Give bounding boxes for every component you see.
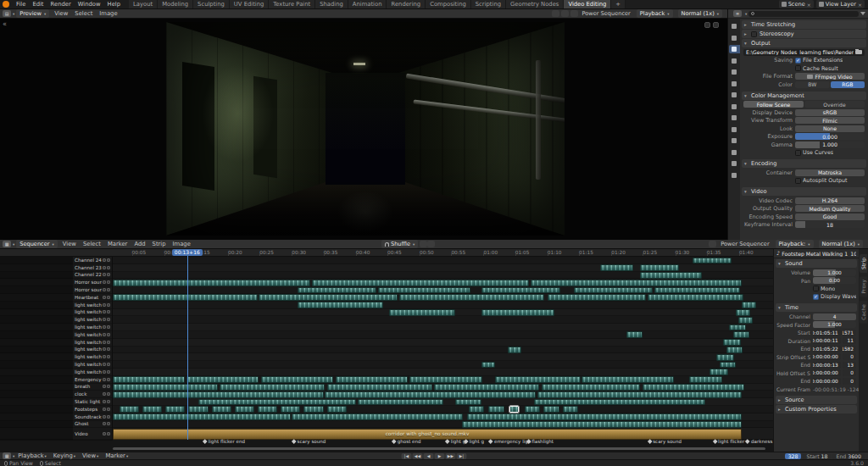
segment-override[interactable]: Override <box>804 101 865 108</box>
audio-strip[interactable] <box>525 406 541 413</box>
strips-area[interactable]: corridor with ghost_no sound.mkv <box>113 257 771 440</box>
channel-header-light-switch-003[interactable]: light switch.003 <box>73 347 112 354</box>
properties-tab-material[interactable] <box>729 159 740 168</box>
channel-lock-toggle[interactable] <box>107 325 110 329</box>
properties-tab-constraints[interactable] <box>729 136 740 145</box>
channel-mute-toggle[interactable] <box>103 378 106 381</box>
slider-keyframe-interval[interactable]: 18 <box>795 221 865 228</box>
playback-menu[interactable]: Playback:▾ <box>776 240 814 248</box>
frame-number-field[interactable]: 0 <box>843 369 856 376</box>
audio-strip[interactable] <box>298 302 383 308</box>
audio-strip[interactable] <box>462 421 742 428</box>
audio-strip[interactable] <box>481 309 554 316</box>
workspace-tab-scripting[interactable]: Scripting <box>471 0 506 8</box>
sidebar-tab-strip[interactable]: Strip <box>860 254 867 273</box>
audio-strip[interactable] <box>303 406 323 413</box>
audio-strip[interactable] <box>742 302 756 308</box>
channel-lock-toggle[interactable] <box>107 280 110 284</box>
dropdown-file-format[interactable]: FFmpeg Video <box>795 73 865 80</box>
channel-mute-toggle[interactable] <box>103 385 106 388</box>
channel-lock-toggle[interactable] <box>107 303 110 307</box>
properties-tab-tool[interactable] <box>729 22 740 31</box>
channel-mute-toggle[interactable] <box>103 408 106 411</box>
channel-header-light-switch-008[interactable]: light switch.008 <box>73 309 112 317</box>
channel-lock-toggle[interactable] <box>107 318 110 321</box>
audio-strip[interactable] <box>212 406 231 413</box>
checkbox[interactable]: ✓ <box>795 58 801 64</box>
channel-header-channel-22[interactable]: Channel 22 <box>73 272 112 280</box>
snap-dropdown[interactable]: Shuffle▾ <box>381 240 418 248</box>
channel-lock-toggle[interactable] <box>107 400 110 403</box>
checkbox[interactable]: ✓ <box>813 294 819 300</box>
filter-icon[interactable] <box>860 12 865 15</box>
audio-strip[interactable] <box>548 294 647 301</box>
preview-menu-view[interactable]: View <box>51 10 71 17</box>
workspace-tab-compositing[interactable]: Compositing <box>426 0 471 8</box>
sidebar-tab-cache[interactable]: Cache <box>860 301 867 324</box>
shading-toggle-icon[interactable] <box>570 10 578 17</box>
camera-icon[interactable] <box>704 22 710 28</box>
timeline-editor-icon[interactable]: ▦ <box>3 452 11 459</box>
playhead[interactable] <box>187 249 188 440</box>
audio-strip[interactable] <box>325 391 536 398</box>
end-frame-field[interactable]: End3600 <box>832 453 865 459</box>
audio-strip[interactable] <box>298 287 376 294</box>
audio-strip[interactable] <box>399 294 544 301</box>
channel-mute-toggle[interactable] <box>103 355 106 358</box>
audio-strip[interactable] <box>113 391 324 398</box>
workspace-tab-layout[interactable]: Layout <box>129 0 158 8</box>
panel-sound[interactable]: ▾Sound <box>776 259 857 268</box>
audio-strip[interactable] <box>488 406 504 413</box>
audio-strip[interactable] <box>600 264 633 271</box>
frame-number-field[interactable]: 1582 <box>843 346 856 352</box>
workspace-tab-texture-paint[interactable]: Texture Paint <box>269 0 315 8</box>
channel-lock-toggle[interactable] <box>107 408 110 411</box>
scene-unlink-icon[interactable]: × <box>807 2 811 8</box>
audio-strip[interactable] <box>640 264 680 271</box>
add-workspace-button[interactable]: + <box>611 0 626 8</box>
channel-mute-toggle[interactable] <box>103 318 106 321</box>
sequencer-menu-select[interactable]: Select <box>80 241 104 247</box>
audio-strip[interactable] <box>434 384 539 391</box>
audio-strip[interactable] <box>378 287 470 294</box>
audio-strip[interactable] <box>733 331 749 338</box>
panel-output[interactable]: ▾Output <box>742 39 866 47</box>
channel-lock-toggle[interactable] <box>107 392 110 396</box>
panel-video[interactable]: ▾Video <box>742 187 866 196</box>
audio-strip[interactable] <box>626 331 643 338</box>
channel-header-static-light[interactable]: Static light <box>73 398 112 406</box>
properties-tab-physics[interactable] <box>729 125 740 134</box>
frame-number-field[interactable]: 13 <box>843 362 856 369</box>
audio-strip[interactable] <box>654 287 740 294</box>
output-path-field[interactable]: E:\Geometry Nodes_learning files\Renders… <box>743 49 865 56</box>
collapse-region-icon[interactable]: « <box>3 20 7 28</box>
blender-logo-icon[interactable] <box>3 1 9 8</box>
checkbox[interactable] <box>795 150 801 156</box>
timecode-field[interactable]: 00:00:00:11 <box>813 337 841 344</box>
properties-search-input[interactable] <box>748 11 859 17</box>
channel-lock-toggle[interactable] <box>107 385 110 388</box>
workspace-tab-animation[interactable]: Animation <box>348 0 387 8</box>
channel-header-horror-sound-chello[interactable]: Horror sound_chello <box>73 279 112 286</box>
checkbox[interactable] <box>813 286 819 291</box>
channel-header-breath[interactable]: breath <box>73 384 112 391</box>
channel-mute-toggle[interactable] <box>103 303 106 307</box>
frame-number-field[interactable]: 0 <box>843 353 856 360</box>
slider-pan[interactable]: 0.00 <box>813 277 856 284</box>
menu-render[interactable]: Render <box>47 1 75 8</box>
timeline-marker[interactable]: emergency ligh <box>489 439 531 444</box>
panel-custom-properties[interactable]: ▸Custom Properties <box>776 405 857 413</box>
view-layer-unlink-icon[interactable]: × <box>858 2 862 8</box>
transport-play-reverse[interactable]: ◀ <box>424 453 434 459</box>
transport-jump-end[interactable]: ▶| <box>457 453 467 459</box>
footer-menu-marker[interactable]: Marker▾ <box>102 452 131 459</box>
audio-strip[interactable] <box>542 384 641 391</box>
audio-strip[interactable] <box>261 376 333 383</box>
channel-header-video[interactable]: Video <box>73 428 112 440</box>
audio-strip[interactable] <box>581 376 674 383</box>
channel-mute-toggle[interactable] <box>103 392 106 396</box>
timeline-marker[interactable]: light flicker end <box>203 439 245 444</box>
channel-header-channel-24[interactable]: Channel 24 <box>73 257 112 264</box>
audio-strip[interactable] <box>258 406 277 413</box>
timeline-marker[interactable]: scary sound <box>292 439 326 444</box>
